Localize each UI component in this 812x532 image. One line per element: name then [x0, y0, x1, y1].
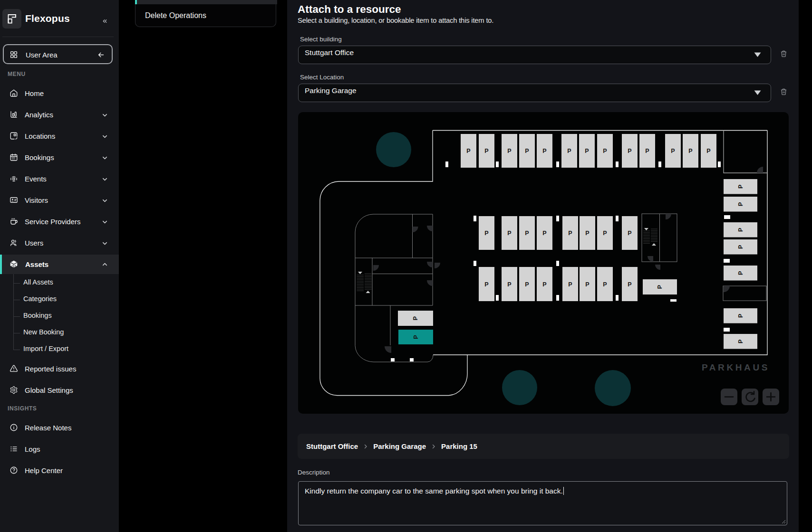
svg-text:P: P [585, 281, 589, 288]
svg-text:P: P [628, 281, 631, 288]
svg-text:P: P [507, 281, 511, 288]
svg-text:P: P [585, 230, 589, 237]
svg-text:P: P [507, 230, 511, 237]
svg-text:P: P [737, 228, 744, 232]
svg-text:P: P [671, 148, 675, 154]
svg-text:P: P [484, 148, 488, 154]
svg-text:P: P [737, 314, 744, 318]
svg-text:P: P [737, 340, 744, 343]
svg-text:P: P [542, 281, 546, 288]
svg-text:P: P [737, 245, 744, 249]
svg-text:P: P [542, 148, 546, 154]
svg-text:P: P [688, 148, 692, 154]
svg-text:P: P [466, 148, 470, 154]
svg-text:P: P [568, 281, 572, 288]
svg-text:P: P [484, 230, 488, 237]
svg-text:P: P [628, 230, 631, 237]
svg-text:P: P [585, 148, 589, 154]
svg-text:P: P [603, 230, 607, 237]
svg-text:P: P [645, 148, 649, 154]
svg-text:P: P [525, 230, 529, 237]
svg-text:P: P [657, 285, 663, 289]
svg-text:P: P [603, 281, 607, 288]
svg-text:P: P [567, 148, 571, 154]
svg-text:P: P [706, 148, 710, 154]
svg-text:P: P [525, 281, 529, 288]
svg-text:P: P [525, 148, 529, 154]
svg-text:P: P [628, 148, 631, 154]
svg-text:P: P [737, 202, 744, 206]
svg-text:P: P [737, 185, 744, 189]
svg-text:P: P [568, 230, 572, 237]
svg-text:P: P [413, 335, 419, 339]
svg-text:P: P [737, 271, 744, 275]
svg-text:P: P [542, 230, 546, 237]
svg-text:P: P [603, 148, 607, 154]
svg-text:P: P [412, 316, 419, 320]
svg-text:P: P [507, 148, 511, 154]
svg-text:P: P [484, 281, 488, 288]
